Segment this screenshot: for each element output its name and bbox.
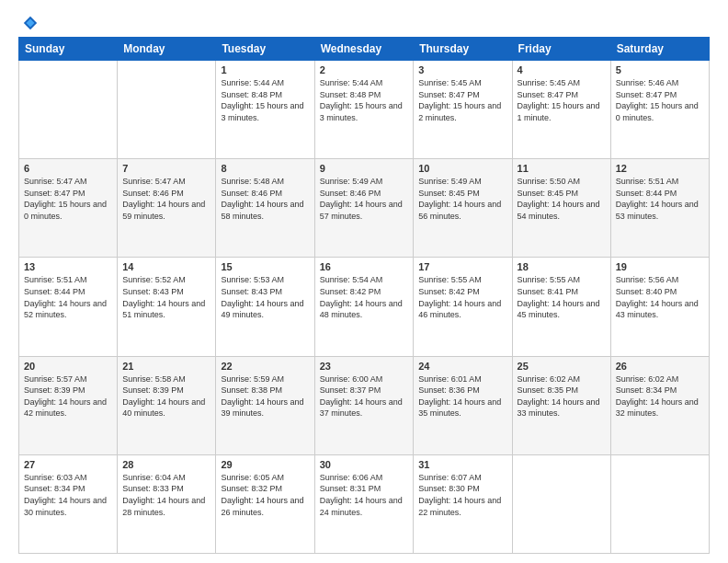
day-info: Sunrise: 5:44 AM Sunset: 8:48 PM Dayligh…: [320, 77, 409, 123]
calendar-header-friday: Friday: [512, 38, 610, 61]
day-info: Sunrise: 5:47 AM Sunset: 8:46 PM Dayligh…: [122, 176, 210, 222]
day-info: Sunrise: 5:44 AM Sunset: 8:48 PM Dayligh…: [221, 77, 309, 123]
calendar-cell: 4Sunrise: 5:45 AM Sunset: 8:47 PM Daylig…: [512, 61, 610, 159]
calendar-cell: [118, 61, 216, 159]
day-number: 28: [122, 459, 210, 470]
calendar-cell: 19Sunrise: 5:56 AM Sunset: 8:40 PM Dayli…: [610, 258, 709, 356]
calendar-cell: 5Sunrise: 5:46 AM Sunset: 8:47 PM Daylig…: [610, 61, 709, 159]
day-number: 27: [24, 459, 112, 470]
day-number: 7: [122, 163, 210, 174]
header: [18, 15, 710, 28]
calendar-cell: 18Sunrise: 5:55 AM Sunset: 8:41 PM Dayli…: [512, 258, 610, 356]
calendar-header-tuesday: Tuesday: [216, 38, 314, 61]
day-info: Sunrise: 5:49 AM Sunset: 8:45 PM Dayligh…: [418, 176, 506, 222]
calendar-header-row: SundayMondayTuesdayWednesdayThursdayFrid…: [19, 38, 710, 61]
calendar-cell: [19, 61, 118, 159]
day-info: Sunrise: 6:04 AM Sunset: 8:33 PM Dayligh…: [122, 472, 210, 518]
calendar-cell: 26Sunrise: 6:02 AM Sunset: 8:34 PM Dayli…: [610, 356, 709, 454]
calendar-cell: 2Sunrise: 5:44 AM Sunset: 8:48 PM Daylig…: [314, 61, 414, 159]
day-info: Sunrise: 5:56 AM Sunset: 8:40 PM Dayligh…: [616, 274, 704, 320]
calendar-cell: 3Sunrise: 5:45 AM Sunset: 8:47 PM Daylig…: [414, 61, 512, 159]
day-number: 26: [616, 361, 704, 372]
day-number: 2: [320, 64, 409, 75]
day-info: Sunrise: 5:51 AM Sunset: 8:44 PM Dayligh…: [616, 176, 704, 222]
calendar-cell: 25Sunrise: 6:02 AM Sunset: 8:35 PM Dayli…: [512, 356, 610, 454]
calendar-week-3: 20Sunrise: 5:57 AM Sunset: 8:39 PM Dayli…: [19, 356, 710, 454]
day-info: Sunrise: 5:47 AM Sunset: 8:47 PM Dayligh…: [24, 176, 112, 222]
day-info: Sunrise: 6:07 AM Sunset: 8:30 PM Dayligh…: [418, 472, 506, 518]
calendar-cell: 16Sunrise: 5:54 AM Sunset: 8:42 PM Dayli…: [314, 258, 414, 356]
day-number: 3: [418, 64, 506, 75]
day-number: 30: [320, 459, 409, 470]
calendar-week-0: 1Sunrise: 5:44 AM Sunset: 8:48 PM Daylig…: [19, 61, 710, 159]
day-info: Sunrise: 5:55 AM Sunset: 8:41 PM Dayligh…: [518, 274, 606, 320]
calendar-cell: 29Sunrise: 6:05 AM Sunset: 8:32 PM Dayli…: [216, 454, 314, 553]
calendar-week-4: 27Sunrise: 6:03 AM Sunset: 8:34 PM Dayli…: [19, 454, 710, 553]
logo: [18, 15, 39, 28]
calendar-cell: [610, 454, 709, 553]
day-info: Sunrise: 5:54 AM Sunset: 8:42 PM Dayligh…: [320, 274, 409, 320]
day-info: Sunrise: 6:01 AM Sunset: 8:36 PM Dayligh…: [418, 373, 506, 419]
calendar-cell: 7Sunrise: 5:47 AM Sunset: 8:46 PM Daylig…: [118, 159, 216, 258]
calendar-cell: 30Sunrise: 6:06 AM Sunset: 8:31 PM Dayli…: [314, 454, 414, 553]
day-info: Sunrise: 5:59 AM Sunset: 8:38 PM Dayligh…: [221, 373, 309, 419]
day-number: 12: [616, 163, 704, 174]
calendar-cell: 21Sunrise: 5:58 AM Sunset: 8:39 PM Dayli…: [118, 356, 216, 454]
calendar-week-2: 13Sunrise: 5:51 AM Sunset: 8:44 PM Dayli…: [19, 258, 710, 356]
day-number: 13: [24, 261, 112, 272]
calendar-header-saturday: Saturday: [610, 38, 709, 61]
day-number: 15: [221, 261, 309, 272]
calendar-header-wednesday: Wednesday: [314, 38, 414, 61]
day-number: 25: [518, 361, 606, 372]
calendar-cell: 22Sunrise: 5:59 AM Sunset: 8:38 PM Dayli…: [216, 356, 314, 454]
day-number: 8: [221, 163, 309, 174]
day-info: Sunrise: 5:52 AM Sunset: 8:43 PM Dayligh…: [122, 274, 210, 320]
calendar-cell: 14Sunrise: 5:52 AM Sunset: 8:43 PM Dayli…: [118, 258, 216, 356]
day-info: Sunrise: 5:51 AM Sunset: 8:44 PM Dayligh…: [24, 274, 112, 320]
calendar-cell: 12Sunrise: 5:51 AM Sunset: 8:44 PM Dayli…: [610, 159, 709, 258]
calendar-cell: 13Sunrise: 5:51 AM Sunset: 8:44 PM Dayli…: [19, 258, 118, 356]
day-number: 6: [24, 163, 112, 174]
day-info: Sunrise: 5:48 AM Sunset: 8:46 PM Dayligh…: [221, 176, 309, 222]
day-info: Sunrise: 5:58 AM Sunset: 8:39 PM Dayligh…: [122, 373, 210, 419]
day-number: 10: [418, 163, 506, 174]
day-number: 29: [221, 459, 309, 470]
day-number: 16: [320, 261, 409, 272]
day-number: 9: [320, 163, 409, 174]
day-number: 17: [418, 261, 506, 272]
calendar-cell: 1Sunrise: 5:44 AM Sunset: 8:48 PM Daylig…: [216, 61, 314, 159]
calendar-cell: 27Sunrise: 6:03 AM Sunset: 8:34 PM Dayli…: [19, 454, 118, 553]
day-info: Sunrise: 6:05 AM Sunset: 8:32 PM Dayligh…: [221, 472, 309, 518]
day-number: 31: [418, 459, 506, 470]
calendar-header-thursday: Thursday: [414, 38, 512, 61]
day-number: 14: [122, 261, 210, 272]
day-number: 22: [221, 361, 309, 372]
calendar-cell: 23Sunrise: 6:00 AM Sunset: 8:37 PM Dayli…: [314, 356, 414, 454]
calendar-cell: 6Sunrise: 5:47 AM Sunset: 8:47 PM Daylig…: [19, 159, 118, 258]
day-number: 4: [518, 64, 606, 75]
day-number: 5: [616, 64, 704, 75]
calendar-header-sunday: Sunday: [19, 38, 118, 61]
calendar-week-1: 6Sunrise: 5:47 AM Sunset: 8:47 PM Daylig…: [19, 159, 710, 258]
page: SundayMondayTuesdayWednesdayThursdayFrid…: [0, 0, 728, 563]
logo-icon: [22, 15, 39, 31]
day-info: Sunrise: 6:06 AM Sunset: 8:31 PM Dayligh…: [320, 472, 409, 518]
day-info: Sunrise: 6:00 AM Sunset: 8:37 PM Dayligh…: [320, 373, 409, 419]
day-number: 19: [616, 261, 704, 272]
day-info: Sunrise: 5:46 AM Sunset: 8:47 PM Dayligh…: [616, 77, 704, 123]
day-number: 1: [221, 64, 309, 75]
day-info: Sunrise: 6:02 AM Sunset: 8:35 PM Dayligh…: [518, 373, 606, 419]
calendar-cell: 24Sunrise: 6:01 AM Sunset: 8:36 PM Dayli…: [414, 356, 512, 454]
calendar-header-monday: Monday: [118, 38, 216, 61]
calendar-cell: 11Sunrise: 5:50 AM Sunset: 8:45 PM Dayli…: [512, 159, 610, 258]
day-number: 20: [24, 361, 112, 372]
calendar-cell: 31Sunrise: 6:07 AM Sunset: 8:30 PM Dayli…: [414, 454, 512, 553]
calendar-cell: 9Sunrise: 5:49 AM Sunset: 8:46 PM Daylig…: [314, 159, 414, 258]
day-info: Sunrise: 5:57 AM Sunset: 8:39 PM Dayligh…: [24, 373, 112, 419]
day-info: Sunrise: 5:49 AM Sunset: 8:46 PM Dayligh…: [320, 176, 409, 222]
calendar-cell: 17Sunrise: 5:55 AM Sunset: 8:42 PM Dayli…: [414, 258, 512, 356]
day-number: 24: [418, 361, 506, 372]
day-info: Sunrise: 5:50 AM Sunset: 8:45 PM Dayligh…: [518, 176, 606, 222]
day-info: Sunrise: 6:02 AM Sunset: 8:34 PM Dayligh…: [616, 373, 704, 419]
day-number: 21: [122, 361, 210, 372]
